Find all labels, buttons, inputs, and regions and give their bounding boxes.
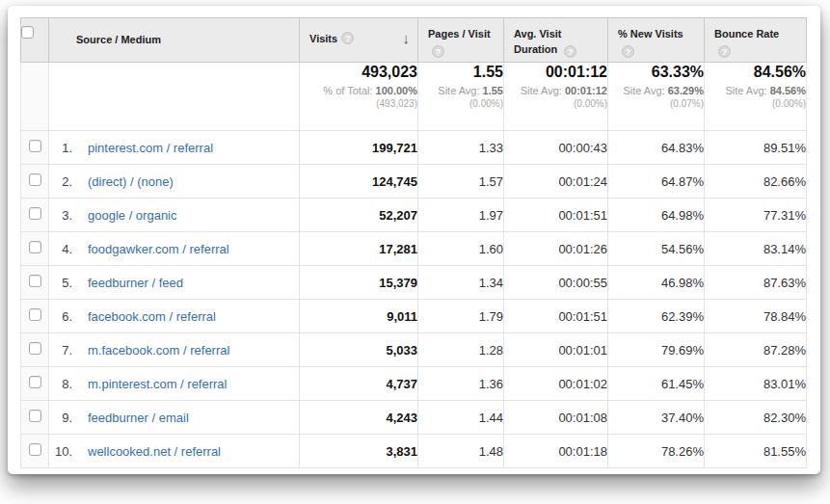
row-rank: 6. [49, 309, 72, 324]
row-rank: 9. [49, 411, 72, 425]
bounce-rate-value: 87.28% [705, 333, 807, 367]
table-row: 8.m.pinterest.com / referral 4,737 1.36 … [21, 367, 807, 401]
totals-duration-cell: 00:01:12 Site Avg: 00:01:12 (0.00%) [504, 63, 608, 131]
totals-source-cell [49, 63, 300, 131]
source-medium-link[interactable]: feedburner / feed [88, 276, 183, 290]
row-rank: 2. [49, 174, 72, 189]
row-checkbox[interactable] [29, 241, 41, 253]
source-medium-link[interactable]: facebook.com / referral [88, 309, 216, 324]
avg-visit-duration-value: 00:01:51 [504, 199, 608, 232]
row-rank: 3. [49, 208, 72, 223]
visits-value: 17,281 [300, 232, 418, 266]
row-checkbox[interactable] [29, 173, 41, 186]
new-visits-value: 64.83% [608, 131, 705, 165]
visits-value: 15,379 [300, 266, 418, 300]
new-visits-value: 64.87% [608, 165, 705, 199]
pages-per-visit-value: 1.48 [418, 435, 504, 468]
row-rank: 1. [49, 141, 72, 155]
table-row: 4.foodgawker.com / referral 17,281 1.60 … [21, 232, 807, 266]
pages-per-visit-label: Pages / Visit [428, 28, 491, 40]
new-visits-value: 46.98% [608, 266, 705, 300]
table-row: 9.feedburner / email 4,243 1.44 00:01:08… [21, 401, 807, 435]
pages-per-visit-value: 1.79 [418, 300, 504, 333]
avg-visit-duration-value: 00:01:08 [504, 401, 608, 435]
source-medium-link[interactable]: google / organic [88, 208, 177, 223]
bounce-rate-value: 77.31% [705, 199, 807, 232]
bounce-rate-value: 83.14% [705, 232, 807, 266]
new-visits-value: 37.40% [608, 401, 705, 435]
new-visits-value: 78.26% [608, 435, 705, 468]
source-medium-label: Source / Medium [49, 26, 299, 47]
table-row: 10.wellcooked.net / referral 3,831 1.48 … [21, 435, 807, 468]
avg-visit-duration-value: 00:00:55 [504, 266, 608, 300]
column-header-new-visits[interactable]: % New Visits ? [608, 18, 705, 63]
pages-per-visit-value: 1.34 [418, 266, 504, 300]
source-medium-link[interactable]: feedburner / email [88, 411, 189, 425]
table-row: 3.google / organic 52,207 1.97 00:01:51 … [21, 199, 807, 232]
avg-visit-duration-value: 00:01:18 [504, 435, 608, 468]
row-checkbox[interactable] [29, 342, 41, 355]
new-visits-value: 62.39% [608, 300, 705, 333]
pages-per-visit-value: 1.60 [418, 232, 504, 266]
visits-value: 3,831 [300, 435, 418, 468]
sort-descending-icon: ↓ [403, 30, 411, 46]
visits-value: 4,243 [300, 401, 418, 435]
column-header-visits[interactable]: Visits ? ↓ [300, 18, 418, 63]
source-medium-link[interactable]: (direct) / (none) [88, 174, 174, 189]
help-icon[interactable]: ? [718, 45, 731, 58]
pages-per-visit-value: 1.57 [418, 165, 504, 199]
row-checkbox[interactable] [29, 443, 41, 456]
column-header-avg-visit-duration[interactable]: Avg. Visit Duration ? [504, 18, 608, 63]
totals-visits-cell: 493,023 % of Total: 100.00% (493,023) [300, 63, 418, 131]
select-all-checkbox[interactable] [21, 26, 34, 39]
totals-empty-cell [21, 63, 49, 131]
table-row: 2.(direct) / (none) 124,745 1.57 00:01:2… [21, 165, 807, 199]
row-rank: 7. [49, 343, 72, 358]
totals-bounce-cell: 84.56% Site Avg: 84.56% (0.00%) [705, 63, 807, 131]
row-checkbox[interactable] [29, 140, 41, 152]
source-medium-link[interactable]: m.pinterest.com / referral [88, 377, 228, 391]
help-icon[interactable]: ? [341, 32, 354, 44]
row-checkbox[interactable] [29, 410, 41, 422]
total-bounce-value: 84.56% [705, 63, 806, 82]
new-visits-label: % New Visits [618, 28, 683, 40]
bounce-rate-value: 89.51% [705, 131, 807, 165]
new-visits-value: 54.56% [608, 232, 705, 266]
totals-row: 493,023 % of Total: 100.00% (493,023) 1.… [21, 63, 807, 131]
avg-visit-duration-value: 00:01:02 [504, 367, 608, 401]
total-duration-value: 00:01:12 [504, 63, 607, 82]
column-header-source-medium[interactable]: Source / Medium [49, 18, 300, 63]
visits-value: 4,737 [300, 367, 418, 401]
row-checkbox[interactable] [29, 308, 41, 321]
totals-pages-cell: 1.55 Site Avg: 1.55 (0.00%) [418, 63, 504, 131]
row-checkbox[interactable] [29, 207, 41, 220]
new-visits-value: 79.69% [608, 333, 705, 367]
avg-visit-duration-value: 00:00:43 [504, 131, 608, 165]
bounce-rate-value: 82.30% [705, 401, 807, 435]
help-icon[interactable]: ? [564, 45, 576, 58]
row-checkbox[interactable] [29, 376, 41, 388]
visits-value: 124,745 [300, 165, 418, 199]
avg-visit-duration-label: Avg. Visit Duration [514, 28, 562, 55]
visits-value: 199,721 [300, 131, 418, 165]
source-medium-link[interactable]: m.facebook.com / referral [88, 343, 229, 358]
visits-value: 52,207 [300, 199, 418, 232]
row-rank: 8. [49, 377, 72, 391]
total-visits-value: 493,023 [300, 63, 417, 82]
avg-visit-duration-value: 00:01:24 [504, 165, 608, 199]
source-medium-link[interactable]: foodgawker.com / referral [88, 242, 229, 256]
help-icon[interactable]: ? [432, 45, 444, 58]
table-header-row: Source / Medium Visits ? ↓ Pages / Visit… [21, 18, 807, 63]
table-row: 6.facebook.com / referral 9,011 1.79 00:… [21, 300, 807, 333]
column-header-pages-per-visit[interactable]: Pages / Visit ? [418, 18, 504, 63]
row-rank: 5. [49, 276, 72, 290]
column-header-bounce-rate[interactable]: Bounce Rate ? [705, 18, 807, 63]
row-checkbox[interactable] [29, 275, 41, 287]
pages-per-visit-value: 1.36 [418, 367, 504, 401]
avg-visit-duration-value: 00:01:26 [504, 232, 608, 266]
source-medium-link[interactable]: wellcooked.net / referral [88, 444, 221, 459]
help-icon[interactable]: ? [622, 45, 634, 58]
new-visits-value: 64.98% [608, 199, 705, 232]
source-medium-link[interactable]: pinterest.com / referral [88, 141, 213, 155]
bounce-rate-value: 81.55% [705, 435, 807, 468]
